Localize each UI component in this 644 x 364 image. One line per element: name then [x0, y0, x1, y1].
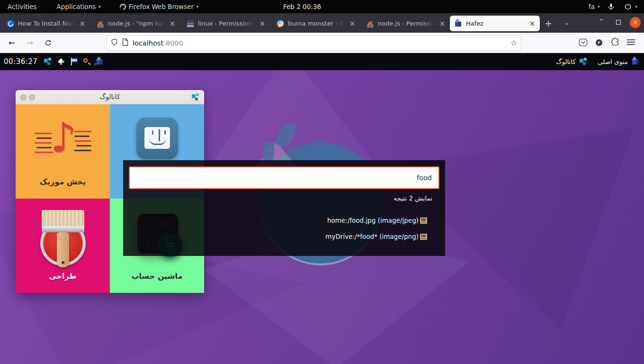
- menu-item-catalog[interactable]: کاتالوگ: [556, 58, 587, 65]
- close-tab-icon[interactable]: ×: [438, 19, 446, 28]
- google-icon: [277, 20, 284, 27]
- close-tab-icon[interactable]: ×: [79, 19, 86, 28]
- hamburger-menu-icon[interactable]: [627, 38, 635, 47]
- catalog-window-title: کاتالوگ: [16, 93, 204, 100]
- stackoverflow-icon: [367, 20, 374, 27]
- shield-icon[interactable]: [111, 38, 118, 48]
- cube-icon: [455, 20, 462, 27]
- profile-badge-icon[interactable]: [595, 39, 603, 48]
- music-note-icon: ♪: [35, 122, 91, 166]
- page-status-bar: 00:36:27 منوی اصلی کاتالوگ: [0, 53, 644, 70]
- cube-icon[interactable]: [96, 58, 104, 65]
- window-close-button[interactable]: ×: [630, 17, 641, 28]
- stackexchange-icon: [187, 20, 194, 27]
- tile-label: طراحی: [16, 272, 110, 281]
- tile-label: ماشین حساب: [110, 272, 204, 281]
- reload-button[interactable]: [42, 36, 54, 49]
- activities-button[interactable]: Activities: [0, 0, 43, 13]
- firefox-icon: [118, 2, 127, 11]
- search-overlay: نمایش 2 نتیجه home:/food.jpg (image/jpeg…: [123, 160, 445, 256]
- new-tab-button[interactable]: +: [545, 18, 552, 28]
- catalog-squares-icon: [580, 58, 587, 65]
- menu-item-main-menu[interactable]: منوی اصلی: [598, 58, 639, 65]
- chevron-down-icon: ▾: [598, 4, 600, 9]
- pocket-icon[interactable]: [579, 38, 588, 49]
- page-background: کاتالوگ ♪ پخش موزیک: [0, 70, 644, 364]
- search-input[interactable]: [129, 166, 439, 189]
- bookmark-star-icon[interactable]: ☆: [510, 38, 517, 47]
- finder-icon: [136, 118, 178, 159]
- chevron-down-icon: ▾: [98, 4, 101, 9]
- tab-nodejs-permission[interactable]: node.js - Permission ×: [362, 16, 450, 31]
- status-clock: 00:36:27: [4, 57, 37, 66]
- close-tab-icon[interactable]: ×: [528, 19, 536, 28]
- framed-picture-icon: [420, 234, 427, 240]
- stackoverflow-icon: [97, 20, 104, 27]
- browser-navigation-bar: ← → localhost:8000 ☆: [0, 33, 644, 53]
- flag-icon[interactable]: [71, 58, 78, 65]
- window-maximize-button[interactable]: [616, 20, 621, 25]
- tab-linux-permission[interactable]: linux - Permission de ×: [182, 16, 270, 31]
- tab-npm-run[interactable]: node.js - "npm run b ×: [92, 16, 180, 31]
- app-menu-firefox[interactable]: Firefox Web Browser ▾: [114, 0, 205, 13]
- tab-how-to-install-node[interactable]: How To Install Node ×: [2, 16, 90, 31]
- tab-hafez-active[interactable]: Hafez ×: [450, 16, 540, 31]
- cube-icon: [632, 58, 639, 65]
- browser-tab-bar: How To Install Node × node.js - "npm run…: [0, 13, 644, 33]
- close-tab-icon[interactable]: ×: [259, 19, 266, 28]
- tile-music-player[interactable]: ♪ پخش موزیک: [16, 104, 110, 199]
- chevron-down-icon: ▾: [635, 4, 637, 9]
- microphone-icon[interactable]: [608, 3, 614, 10]
- system-menu[interactable]: ▾: [621, 0, 641, 13]
- extensions-puzzle-icon[interactable]: [611, 37, 620, 48]
- clock[interactable]: Feb 2 00:36: [283, 0, 321, 13]
- catalog-squares-icon: [192, 93, 199, 101]
- catalog-squares-icon[interactable]: [44, 58, 52, 65]
- search-result-item[interactable]: myDrive:/*food* (image/png): [325, 233, 427, 240]
- page-info-icon[interactable]: [122, 38, 128, 48]
- search-result-item[interactable]: home:/food.jpg (image/jpeg): [327, 217, 427, 224]
- paint-brush-icon: [38, 210, 88, 271]
- close-tab-icon[interactable]: ×: [169, 19, 176, 28]
- window-minimize-button[interactable]: –: [599, 15, 603, 24]
- tab-burna-monster[interactable]: burna monster - Goo ×: [272, 16, 360, 31]
- close-tab-icon[interactable]: ×: [349, 19, 356, 28]
- move-handle-icon[interactable]: [57, 57, 65, 66]
- url-text: localhost:8000: [133, 39, 183, 47]
- power-icon: [625, 3, 631, 10]
- framed-picture-icon: [420, 218, 427, 224]
- result-count-label: نمایش 2 نتیجه: [394, 194, 432, 202]
- search-icon[interactable]: [83, 58, 91, 66]
- keyboard-layout-indicator[interactable]: fa ▾: [587, 0, 602, 13]
- forward-button[interactable]: →: [24, 36, 36, 49]
- chevron-down-icon: ▾: [197, 4, 199, 9]
- catalog-window-titlebar[interactable]: کاتالوگ: [16, 90, 204, 104]
- digitalocean-icon: [7, 20, 14, 27]
- tab-list-chevron-icon[interactable]: ⌄: [564, 19, 569, 26]
- tile-label: پخش موزیک: [16, 177, 110, 186]
- applications-menu[interactable]: Applications ▾: [51, 0, 107, 13]
- tile-design[interactable]: طراحی: [16, 199, 110, 293]
- gnome-top-bar: Activities Applications ▾ Firefox Web Br…: [0, 0, 644, 13]
- back-button[interactable]: ←: [6, 36, 18, 49]
- url-bar[interactable]: localhost:8000 ☆: [107, 36, 521, 50]
